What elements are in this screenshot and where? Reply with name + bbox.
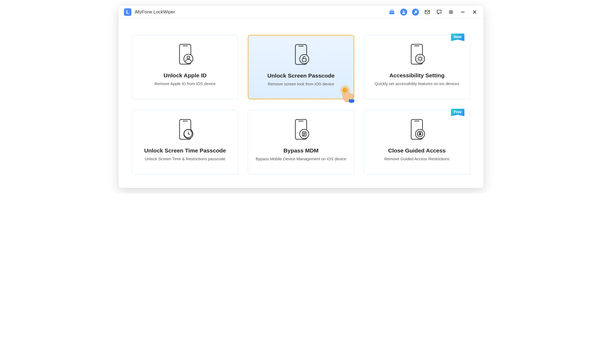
svg-point-3 — [414, 13, 415, 14]
minimize-button[interactable] — [459, 9, 466, 16]
svg-point-20 — [340, 85, 350, 95]
card-desc: Unlock Screen Time & Restrictions passco… — [145, 156, 225, 162]
content-area: Unlock Apple ID Remove Apple ID from iOS… — [119, 19, 483, 188]
card-accessibility-setting[interactable]: New Accessibility Setting Quickly set ac… — [364, 35, 470, 99]
app-title: iMyFone LockWiper — [135, 9, 175, 15]
titlebar: L iMyFone LockWiper — [119, 6, 483, 19]
card-bypass-mdm[interactable]: Bypass MDM Bypass Mobile Device Manageme… — [248, 110, 354, 174]
card-desc: Remove screen lock from iOS device — [268, 81, 334, 87]
card-unlock-screen-time-passcode[interactable]: Unlock Screen Time Passcode Unlock Scree… — [132, 110, 238, 174]
card-grid: Unlock Apple ID Remove Apple ID from iOS… — [132, 35, 470, 174]
mail-icon[interactable] — [424, 9, 431, 16]
card-close-guided-access[interactable]: Free Close Guided Access Remove Guided A… — [364, 110, 470, 174]
app-window: L iMyFone LockWiper — [118, 5, 484, 188]
card-desc: Bypass Mobile Device Management on iOS d… — [256, 156, 346, 162]
hamburger-menu-icon[interactable] — [447, 9, 454, 16]
card-unlock-apple-id[interactable]: Unlock Apple ID Remove Apple ID from iOS… — [132, 35, 238, 99]
new-badge: New — [451, 34, 464, 41]
close-button[interactable] — [471, 9, 478, 16]
card-title: Accessibility Setting — [389, 72, 445, 79]
svg-point-21 — [342, 88, 348, 93]
card-desc: Quickly set accessibility features on io… — [375, 81, 459, 86]
user-icon[interactable] — [400, 9, 407, 16]
card-desc: Remove Apple ID from iOS device — [155, 81, 216, 86]
card-unlock-screen-passcode[interactable]: Unlock Screen Passcode Remove screen loc… — [248, 35, 354, 99]
card-desc: Remove Guided Access Restrictions — [384, 156, 450, 162]
title-left: L iMyFone LockWiper — [124, 8, 175, 16]
card-title: Unlock Apple ID — [164, 72, 207, 79]
chat-icon[interactable] — [436, 9, 443, 16]
svg-point-18 — [300, 54, 309, 64]
phone-gear-icon — [407, 43, 426, 67]
phone-shield-lock-icon — [407, 118, 426, 143]
phone-user-icon — [176, 43, 195, 67]
music-search-icon[interactable] — [412, 9, 419, 16]
svg-point-2 — [403, 11, 404, 12]
card-title: Unlock Screen Passcode — [267, 72, 335, 79]
phone-doc-icon — [292, 118, 310, 143]
card-title: Close Guided Access — [388, 147, 446, 154]
toolbox-icon[interactable] — [388, 9, 395, 16]
pointer-hand-icon — [338, 83, 362, 107]
free-badge: Free — [451, 109, 464, 116]
phone-lock-icon — [292, 43, 310, 68]
title-right — [388, 9, 478, 16]
phone-clock-icon — [176, 118, 195, 143]
card-title: Unlock Screen Time Passcode — [144, 147, 226, 154]
svg-rect-0 — [389, 11, 394, 14]
card-title: Bypass MDM — [284, 147, 319, 154]
svg-point-4 — [416, 12, 417, 13]
app-logo-icon: L — [124, 8, 131, 16]
svg-rect-40 — [419, 133, 421, 135]
